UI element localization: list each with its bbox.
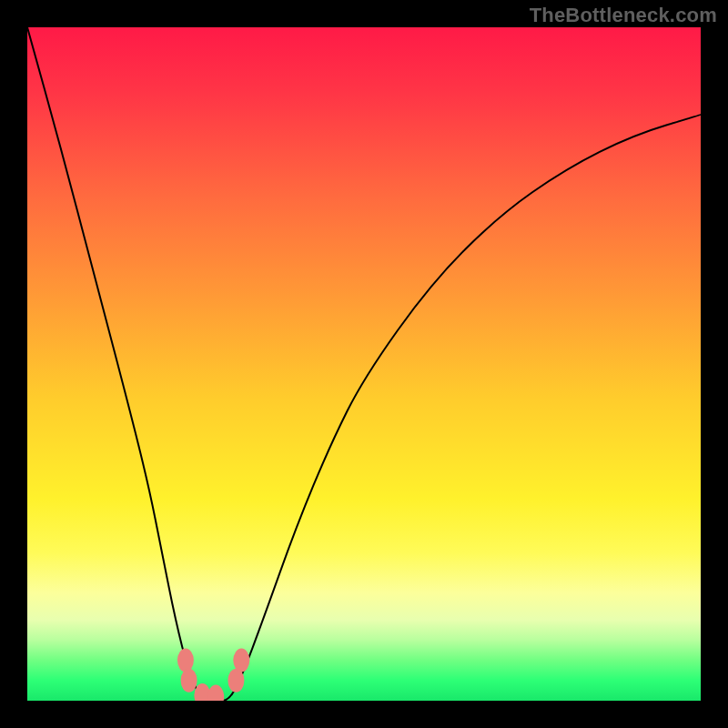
marker-group <box>177 649 249 701</box>
curve-marker <box>177 649 194 672</box>
curve-marker <box>228 669 244 693</box>
plot-area <box>27 27 701 701</box>
watermark-text: TheBottleneck.com <box>530 4 717 27</box>
bottleneck-curve-layer <box>27 27 701 701</box>
bottleneck-curve <box>27 27 701 701</box>
curve-marker <box>207 685 224 701</box>
chart-frame: TheBottleneck.com <box>0 0 728 728</box>
curve-marker <box>181 669 197 693</box>
curve-marker <box>233 649 249 672</box>
